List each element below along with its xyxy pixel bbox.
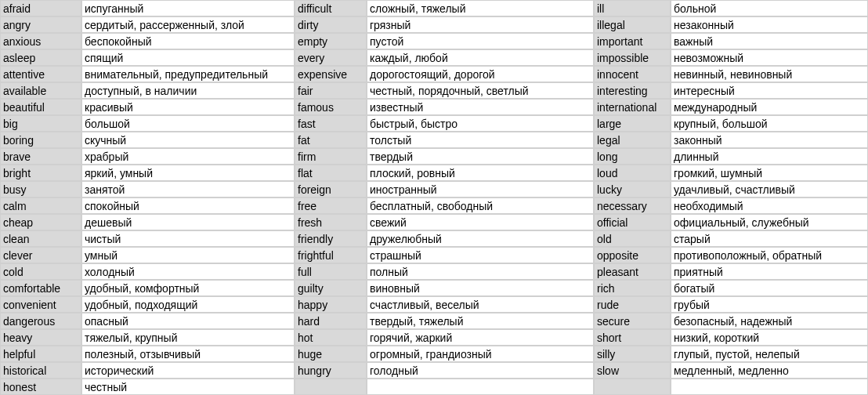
english-word: happy	[295, 296, 367, 313]
russian-translation: глупый, пустой, нелепый	[671, 346, 868, 362]
russian-translation: опасный	[81, 313, 295, 329]
russian-translation: плоский, ровный	[367, 165, 594, 181]
english-word: flat	[295, 165, 367, 181]
russian-translation: большой	[81, 115, 295, 132]
english-word: attentive	[0, 66, 81, 82]
russian-translation: международный	[671, 99, 868, 115]
russian-translation: удобный, комфортный	[81, 280, 295, 296]
english-word: anxious	[0, 33, 81, 49]
russian-translation: холодный	[81, 263, 295, 280]
english-word: every	[295, 49, 367, 66]
english-word: clever	[0, 247, 81, 263]
english-word: cheap	[0, 214, 81, 230]
russian-translation: доступный, в наличии	[81, 82, 295, 99]
english-word: boring	[0, 132, 81, 148]
english-word	[594, 379, 671, 395]
russian-translation: спокойный	[81, 198, 295, 214]
russian-translation: каждый, любой	[367, 49, 594, 66]
russian-translation: свежий	[367, 214, 594, 230]
english-word: rude	[594, 296, 671, 313]
russian-translation: честный, порядочный, светлый	[367, 82, 594, 99]
english-word: international	[594, 99, 671, 115]
english-word	[295, 379, 367, 395]
russian-translation: испуганный	[81, 0, 295, 16]
russian-translation: скучный	[81, 132, 295, 148]
russian-translation: внимательный, предупредительный	[81, 66, 295, 82]
english-word: big	[0, 115, 81, 132]
russian-translation: старый	[671, 230, 868, 247]
russian-translation: исторический	[81, 362, 295, 379]
russian-translation: безопасный, надежный	[671, 313, 868, 329]
english-word: available	[0, 82, 81, 99]
english-word: comfortable	[0, 280, 81, 296]
english-word: impossible	[594, 49, 671, 66]
russian-translation: интересный	[671, 82, 868, 99]
russian-translation: чистый	[81, 230, 295, 247]
english-word: rich	[594, 280, 671, 296]
russian-translation: полезный, отзывчивый	[81, 346, 295, 362]
russian-translation: невозможный	[671, 49, 868, 66]
english-word: pleasant	[594, 263, 671, 280]
russian-translation: крупный, большой	[671, 115, 868, 132]
russian-translation: горячий, жаркий	[367, 329, 594, 346]
english-word: helpful	[0, 346, 81, 362]
english-word: bright	[0, 165, 81, 181]
russian-translation: спящий	[81, 49, 295, 66]
english-word: fat	[295, 132, 367, 148]
english-word: free	[295, 198, 367, 214]
russian-translation: грубый	[671, 296, 868, 313]
english-word: guilty	[295, 280, 367, 296]
english-word: brave	[0, 148, 81, 165]
english-word: historical	[0, 362, 81, 379]
russian-translation: голодный	[367, 362, 594, 379]
russian-translation: сложный, тяжелый	[367, 0, 594, 16]
english-word: fresh	[295, 214, 367, 230]
english-word: innocent	[594, 66, 671, 82]
english-word: opposite	[594, 247, 671, 263]
russian-translation: приятный	[671, 263, 868, 280]
english-word: friendly	[295, 230, 367, 247]
russian-translation: дешевый	[81, 214, 295, 230]
english-word: ill	[594, 0, 671, 16]
english-word: dangerous	[0, 313, 81, 329]
english-word: fair	[295, 82, 367, 99]
english-word: firm	[295, 148, 367, 165]
russian-translation: важный	[671, 33, 868, 49]
russian-translation: виновный	[367, 280, 594, 296]
russian-translation: тяжелый, крупный	[81, 329, 295, 346]
russian-translation: твердый	[367, 148, 594, 165]
russian-translation: невинный, невиновный	[671, 66, 868, 82]
russian-translation: твердый, тяжелый	[367, 313, 594, 329]
russian-translation: огромный, грандиозный	[367, 346, 594, 362]
english-word: afraid	[0, 0, 81, 16]
english-word: interesting	[594, 82, 671, 99]
english-word: official	[594, 214, 671, 230]
russian-translation: законный	[671, 132, 868, 148]
english-word: illegal	[594, 16, 671, 33]
english-word: busy	[0, 181, 81, 198]
english-word: difficult	[295, 0, 367, 16]
english-word: short	[594, 329, 671, 346]
russian-translation: честный	[81, 379, 295, 395]
english-word: lucky	[594, 181, 671, 198]
russian-translation: богатый	[671, 280, 868, 296]
english-word: important	[594, 33, 671, 49]
russian-translation: умный	[81, 247, 295, 263]
english-word: calm	[0, 198, 81, 214]
russian-translation: удачливый, счастливый	[671, 181, 868, 198]
russian-translation: дружелюбный	[367, 230, 594, 247]
russian-translation: быстрый, быстро	[367, 115, 594, 132]
english-word: full	[295, 263, 367, 280]
vocabulary-table: afraidиспуганныйdifficultсложный, тяжелы…	[0, 0, 868, 395]
russian-translation: удобный, подходящий	[81, 296, 295, 313]
english-word: dirty	[295, 16, 367, 33]
english-word: necessary	[594, 198, 671, 214]
russian-translation: страшный	[367, 247, 594, 263]
english-word: honest	[0, 379, 81, 395]
english-word: large	[594, 115, 671, 132]
english-word: beautiful	[0, 99, 81, 115]
russian-translation: больной	[671, 0, 868, 16]
english-word: long	[594, 148, 671, 165]
english-word: cold	[0, 263, 81, 280]
russian-translation: пустой	[367, 33, 594, 49]
